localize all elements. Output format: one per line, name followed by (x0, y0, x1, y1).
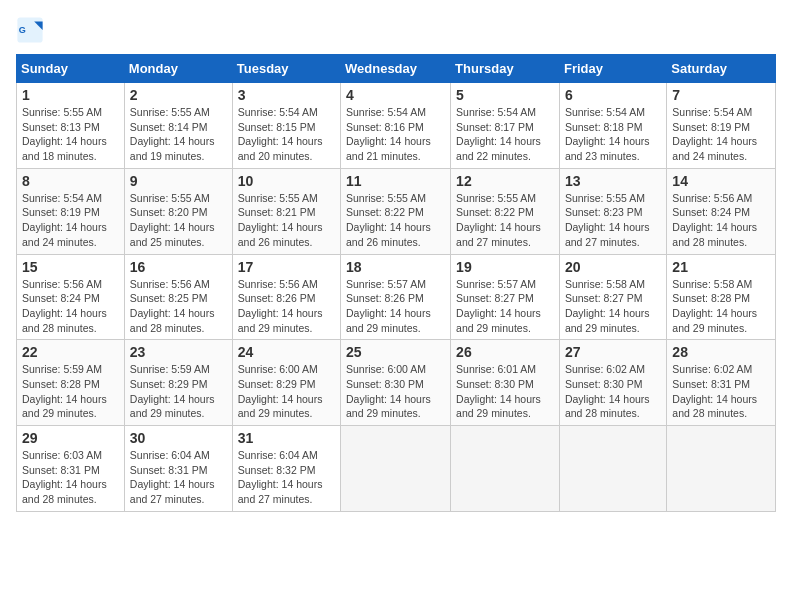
day-detail: Sunrise: 5:54 AMSunset: 8:16 PMDaylight:… (346, 106, 431, 162)
calendar-cell (667, 426, 776, 512)
calendar-cell: 7 Sunrise: 5:54 AMSunset: 8:19 PMDayligh… (667, 83, 776, 169)
day-detail: Sunrise: 5:54 AMSunset: 8:17 PMDaylight:… (456, 106, 541, 162)
day-number: 28 (672, 344, 770, 360)
column-header-tuesday: Tuesday (232, 55, 340, 83)
calendar-cell: 24 Sunrise: 6:00 AMSunset: 8:29 PMDaylig… (232, 340, 340, 426)
calendar-cell: 15 Sunrise: 5:56 AMSunset: 8:24 PMDaylig… (17, 254, 125, 340)
day-detail: Sunrise: 5:56 AMSunset: 8:24 PMDaylight:… (22, 278, 107, 334)
day-number: 22 (22, 344, 119, 360)
day-detail: Sunrise: 5:54 AMSunset: 8:15 PMDaylight:… (238, 106, 323, 162)
svg-text:G: G (19, 25, 26, 35)
day-number: 27 (565, 344, 661, 360)
calendar-cell: 28 Sunrise: 6:02 AMSunset: 8:31 PMDaylig… (667, 340, 776, 426)
day-detail: Sunrise: 6:00 AMSunset: 8:29 PMDaylight:… (238, 363, 323, 419)
calendar-cell: 3 Sunrise: 5:54 AMSunset: 8:15 PMDayligh… (232, 83, 340, 169)
day-detail: Sunrise: 5:55 AMSunset: 8:14 PMDaylight:… (130, 106, 215, 162)
day-detail: Sunrise: 6:04 AMSunset: 8:32 PMDaylight:… (238, 449, 323, 505)
calendar-cell: 18 Sunrise: 5:57 AMSunset: 8:26 PMDaylig… (341, 254, 451, 340)
day-detail: Sunrise: 5:54 AMSunset: 8:19 PMDaylight:… (672, 106, 757, 162)
day-number: 12 (456, 173, 554, 189)
day-detail: Sunrise: 5:55 AMSunset: 8:22 PMDaylight:… (346, 192, 431, 248)
calendar-cell: 29 Sunrise: 6:03 AMSunset: 8:31 PMDaylig… (17, 426, 125, 512)
day-number: 5 (456, 87, 554, 103)
column-header-wednesday: Wednesday (341, 55, 451, 83)
calendar-cell: 23 Sunrise: 5:59 AMSunset: 8:29 PMDaylig… (124, 340, 232, 426)
day-number: 13 (565, 173, 661, 189)
day-number: 16 (130, 259, 227, 275)
day-number: 19 (456, 259, 554, 275)
calendar-cell: 31 Sunrise: 6:04 AMSunset: 8:32 PMDaylig… (232, 426, 340, 512)
logo: G (16, 16, 48, 44)
day-detail: Sunrise: 6:02 AMSunset: 8:30 PMDaylight:… (565, 363, 650, 419)
calendar-cell: 20 Sunrise: 5:58 AMSunset: 8:27 PMDaylig… (559, 254, 666, 340)
day-detail: Sunrise: 5:55 AMSunset: 8:23 PMDaylight:… (565, 192, 650, 248)
day-number: 9 (130, 173, 227, 189)
day-detail: Sunrise: 5:55 AMSunset: 8:22 PMDaylight:… (456, 192, 541, 248)
logo-icon: G (16, 16, 44, 44)
day-detail: Sunrise: 5:54 AMSunset: 8:18 PMDaylight:… (565, 106, 650, 162)
column-header-sunday: Sunday (17, 55, 125, 83)
day-detail: Sunrise: 6:00 AMSunset: 8:30 PMDaylight:… (346, 363, 431, 419)
header: G (16, 16, 776, 44)
day-detail: Sunrise: 5:59 AMSunset: 8:28 PMDaylight:… (22, 363, 107, 419)
week-row-5: 29 Sunrise: 6:03 AMSunset: 8:31 PMDaylig… (17, 426, 776, 512)
week-row-4: 22 Sunrise: 5:59 AMSunset: 8:28 PMDaylig… (17, 340, 776, 426)
calendar-table: SundayMondayTuesdayWednesdayThursdayFrid… (16, 54, 776, 512)
day-number: 21 (672, 259, 770, 275)
column-header-monday: Monday (124, 55, 232, 83)
day-detail: Sunrise: 6:01 AMSunset: 8:30 PMDaylight:… (456, 363, 541, 419)
calendar-cell: 21 Sunrise: 5:58 AMSunset: 8:28 PMDaylig… (667, 254, 776, 340)
column-headers: SundayMondayTuesdayWednesdayThursdayFrid… (17, 55, 776, 83)
day-number: 2 (130, 87, 227, 103)
column-header-saturday: Saturday (667, 55, 776, 83)
day-number: 31 (238, 430, 335, 446)
calendar-cell: 1 Sunrise: 5:55 AMSunset: 8:13 PMDayligh… (17, 83, 125, 169)
calendar-cell: 17 Sunrise: 5:56 AMSunset: 8:26 PMDaylig… (232, 254, 340, 340)
day-number: 15 (22, 259, 119, 275)
day-number: 18 (346, 259, 445, 275)
calendar-cell: 19 Sunrise: 5:57 AMSunset: 8:27 PMDaylig… (451, 254, 560, 340)
calendar-cell: 25 Sunrise: 6:00 AMSunset: 8:30 PMDaylig… (341, 340, 451, 426)
day-detail: Sunrise: 5:59 AMSunset: 8:29 PMDaylight:… (130, 363, 215, 419)
calendar-cell: 6 Sunrise: 5:54 AMSunset: 8:18 PMDayligh… (559, 83, 666, 169)
day-detail: Sunrise: 5:56 AMSunset: 8:25 PMDaylight:… (130, 278, 215, 334)
calendar-cell: 27 Sunrise: 6:02 AMSunset: 8:30 PMDaylig… (559, 340, 666, 426)
day-detail: Sunrise: 6:03 AMSunset: 8:31 PMDaylight:… (22, 449, 107, 505)
calendar-cell: 14 Sunrise: 5:56 AMSunset: 8:24 PMDaylig… (667, 168, 776, 254)
column-header-thursday: Thursday (451, 55, 560, 83)
day-detail: Sunrise: 5:54 AMSunset: 8:19 PMDaylight:… (22, 192, 107, 248)
calendar-cell (451, 426, 560, 512)
calendar-cell: 10 Sunrise: 5:55 AMSunset: 8:21 PMDaylig… (232, 168, 340, 254)
calendar-cell: 2 Sunrise: 5:55 AMSunset: 8:14 PMDayligh… (124, 83, 232, 169)
day-detail: Sunrise: 5:57 AMSunset: 8:26 PMDaylight:… (346, 278, 431, 334)
calendar-cell: 4 Sunrise: 5:54 AMSunset: 8:16 PMDayligh… (341, 83, 451, 169)
day-number: 8 (22, 173, 119, 189)
column-header-friday: Friday (559, 55, 666, 83)
day-number: 25 (346, 344, 445, 360)
day-number: 7 (672, 87, 770, 103)
day-number: 4 (346, 87, 445, 103)
day-number: 24 (238, 344, 335, 360)
calendar-cell: 16 Sunrise: 5:56 AMSunset: 8:25 PMDaylig… (124, 254, 232, 340)
calendar-cell: 8 Sunrise: 5:54 AMSunset: 8:19 PMDayligh… (17, 168, 125, 254)
week-row-2: 8 Sunrise: 5:54 AMSunset: 8:19 PMDayligh… (17, 168, 776, 254)
day-detail: Sunrise: 5:56 AMSunset: 8:24 PMDaylight:… (672, 192, 757, 248)
day-number: 6 (565, 87, 661, 103)
calendar-cell: 9 Sunrise: 5:55 AMSunset: 8:20 PMDayligh… (124, 168, 232, 254)
calendar-cell (559, 426, 666, 512)
day-detail: Sunrise: 6:04 AMSunset: 8:31 PMDaylight:… (130, 449, 215, 505)
day-detail: Sunrise: 5:58 AMSunset: 8:27 PMDaylight:… (565, 278, 650, 334)
day-number: 1 (22, 87, 119, 103)
week-row-3: 15 Sunrise: 5:56 AMSunset: 8:24 PMDaylig… (17, 254, 776, 340)
day-number: 3 (238, 87, 335, 103)
calendar-cell: 26 Sunrise: 6:01 AMSunset: 8:30 PMDaylig… (451, 340, 560, 426)
calendar-cell (341, 426, 451, 512)
day-number: 14 (672, 173, 770, 189)
calendar-cell: 11 Sunrise: 5:55 AMSunset: 8:22 PMDaylig… (341, 168, 451, 254)
calendar-cell: 5 Sunrise: 5:54 AMSunset: 8:17 PMDayligh… (451, 83, 560, 169)
calendar-cell: 30 Sunrise: 6:04 AMSunset: 8:31 PMDaylig… (124, 426, 232, 512)
day-number: 10 (238, 173, 335, 189)
day-number: 11 (346, 173, 445, 189)
day-detail: Sunrise: 5:58 AMSunset: 8:28 PMDaylight:… (672, 278, 757, 334)
day-detail: Sunrise: 5:55 AMSunset: 8:21 PMDaylight:… (238, 192, 323, 248)
